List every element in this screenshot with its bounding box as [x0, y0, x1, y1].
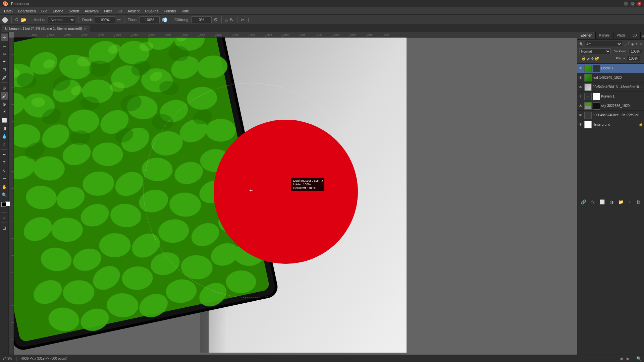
glaettung-settings-icon[interactable]: ⚙: [214, 17, 218, 22]
eraser-tool[interactable]: ⬜: [1, 116, 8, 124]
quick-mask-tool[interactable]: ⬦: [1, 214, 8, 221]
menu-bild[interactable]: Bild: [39, 8, 50, 14]
layer-item[interactable]: 👁 Ebene 1: [577, 64, 644, 73]
airbrush-icon[interactable]: 💨: [162, 17, 167, 22]
lock-position-icon[interactable]: ✛: [591, 56, 594, 61]
path-select-tool[interactable]: ↖: [1, 167, 8, 174]
visibility-icon[interactable]: 👁: [579, 104, 583, 108]
mode-select[interactable]: Normal Auflösen Abdunkeln: [48, 16, 75, 23]
visibility-icon[interactable]: 👁: [579, 113, 583, 118]
filter-toggle[interactable]: ○: [640, 42, 642, 46]
history-tool[interactable]: ↺: [1, 108, 8, 116]
lock-transparent-icon[interactable]: 🔒: [581, 56, 586, 61]
add-adjustment-icon[interactable]: ◑: [610, 199, 613, 204]
link-layers-icon[interactable]: 🔗: [581, 199, 586, 204]
layer-item[interactable]: 👁 306048a5746dec...3b172fb3a6c08: [577, 111, 644, 120]
blur-tool[interactable]: 💧: [1, 132, 8, 140]
foreground-color[interactable]: [1, 202, 6, 207]
visibility-icon[interactable]: 👁: [579, 94, 583, 99]
visibility-icon[interactable]: 👁: [579, 75, 583, 80]
tab-pfade[interactable]: Pfade: [613, 32, 629, 39]
menu-filter[interactable]: Filter: [101, 8, 115, 14]
filter-icon1[interactable]: ⊡: [624, 42, 627, 46]
gradient-tool[interactable]: ◨: [1, 124, 8, 132]
glaettung-input[interactable]: [192, 16, 212, 23]
selection-tool[interactable]: ▭: [1, 42, 8, 49]
visibility-icon[interactable]: 👁: [579, 66, 583, 71]
screen-mode-tool[interactable]: ⊡: [1, 224, 8, 232]
filter-icon3[interactable]: ◈: [631, 42, 634, 46]
minimize-button[interactable]: —: [624, 2, 628, 6]
add-group-icon[interactable]: 📁: [618, 199, 624, 204]
menu-plugins[interactable]: Plug-ins: [142, 8, 161, 14]
layer-item[interactable]: 👁 sky-3022856_1920...: [577, 101, 644, 111]
eyedropper-tool[interactable]: 💉: [1, 74, 8, 81]
tab-ebenen[interactable]: Ebenen: [577, 32, 596, 39]
brush-preset-icon[interactable]: 📂: [21, 17, 26, 22]
symmetry-icon[interactable]: ⌂: [225, 17, 228, 22]
lasso-tool[interactable]: ⌓: [1, 50, 8, 57]
canvas-area[interactable]: 2550 2600 2650 2700 2750 2800 2850 2900 …: [9, 32, 577, 355]
layer-item[interactable]: 👁 Hintergrund 🔒: [577, 120, 644, 129]
pressure-icon[interactable]: ✏: [117, 17, 121, 22]
opacity-input[interactable]: [629, 49, 642, 54]
visibility-icon[interactable]: 👁: [579, 122, 583, 127]
shape-tool[interactable]: ▭: [1, 175, 8, 182]
lock-image-icon[interactable]: 🖌: [587, 56, 590, 60]
angle-icon[interactable]: ↻: [230, 17, 234, 22]
canvas-container[interactable]: Durchmesser : 618 Px Härte : 100% Deckkr…: [14, 38, 577, 355]
menu-ebene[interactable]: Ebene: [50, 8, 66, 14]
tab-kanaele[interactable]: Kanäle: [596, 32, 613, 39]
fill-input[interactable]: [627, 56, 640, 61]
visibility-icon[interactable]: 👁: [579, 85, 583, 89]
next-button[interactable]: ▶: [627, 356, 630, 361]
extra-tool1[interactable]: ✂: [241, 17, 245, 22]
hand-tool[interactable]: ✋: [1, 183, 8, 190]
move-tool[interactable]: ✛: [1, 34, 8, 41]
stamp-tool[interactable]: ⊗: [1, 100, 8, 108]
layer-thumbnail: [584, 74, 592, 81]
dodge-tool[interactable]: ○: [1, 140, 8, 148]
heal-tool[interactable]: ⊕: [1, 84, 8, 92]
tab-close-button[interactable]: ✕: [84, 27, 86, 31]
background-color[interactable]: [5, 201, 10, 206]
pen-tool[interactable]: ✒: [1, 151, 8, 158]
text-tool[interactable]: T: [1, 159, 8, 166]
brush-options-icon[interactable]: ○: [15, 16, 19, 23]
prev-button[interactable]: ◀: [620, 356, 623, 361]
layer-item[interactable]: 👁 ≈ Kurven 1: [577, 92, 644, 101]
menu-bearbeiten[interactable]: Bearbeiten: [15, 8, 39, 14]
blend-mode-select[interactable]: Normal: [579, 48, 611, 54]
panel-collapse-icon[interactable]: ≡: [641, 32, 644, 39]
magic-wand-tool[interactable]: ✦: [1, 58, 8, 65]
layer-item[interactable]: 👁 09c540e4f70d13...43ce46bd18f3f2: [577, 82, 644, 92]
menu-ansicht[interactable]: Ansicht: [125, 8, 142, 14]
delete-layer-icon[interactable]: 🗑: [636, 199, 640, 204]
zoom-status-icon[interactable]: 🔍: [636, 356, 641, 361]
filter-icon4[interactable]: ✦: [635, 42, 638, 46]
close-button[interactable]: ✕: [637, 2, 641, 6]
add-layer-icon[interactable]: +: [629, 199, 631, 204]
menu-schrift[interactable]: Schrift: [66, 8, 82, 14]
extra-tool2[interactable]: ⟊: [247, 17, 250, 22]
tab-3d[interactable]: 3D: [629, 32, 641, 39]
crop-tool[interactable]: ⊡: [1, 66, 8, 73]
add-style-icon[interactable]: fx: [591, 199, 595, 204]
menu-3d[interactable]: 3D: [115, 8, 125, 14]
layer-item[interactable]: 👁 leaf-1482948_1920: [577, 73, 644, 82]
menu-datei[interactable]: Datei: [1, 8, 15, 14]
brush-tool[interactable]: 🖌: [1, 92, 8, 100]
svg-point-164: [214, 120, 358, 264]
druck-input[interactable]: [95, 16, 115, 23]
lock-all-icon[interactable]: 🔐: [595, 56, 599, 61]
menu-fenster[interactable]: Fenster: [161, 8, 179, 14]
maximize-button[interactable]: □: [631, 2, 635, 6]
menu-hilfe[interactable]: Hilfe: [179, 8, 192, 14]
add-mask-icon[interactable]: ⬜: [599, 199, 605, 204]
menu-auswahl[interactable]: Auswahl: [82, 8, 101, 14]
fluss-input[interactable]: [140, 16, 160, 23]
filter-type-select[interactable]: Art: [585, 41, 622, 47]
zoom-tool[interactable]: 🔍: [1, 191, 8, 198]
canvas-tab[interactable]: Unbenannt-1 bei 74,9% (Ebene 1, Ebenenma…: [1, 25, 90, 32]
filter-icon2[interactable]: T: [628, 42, 630, 46]
